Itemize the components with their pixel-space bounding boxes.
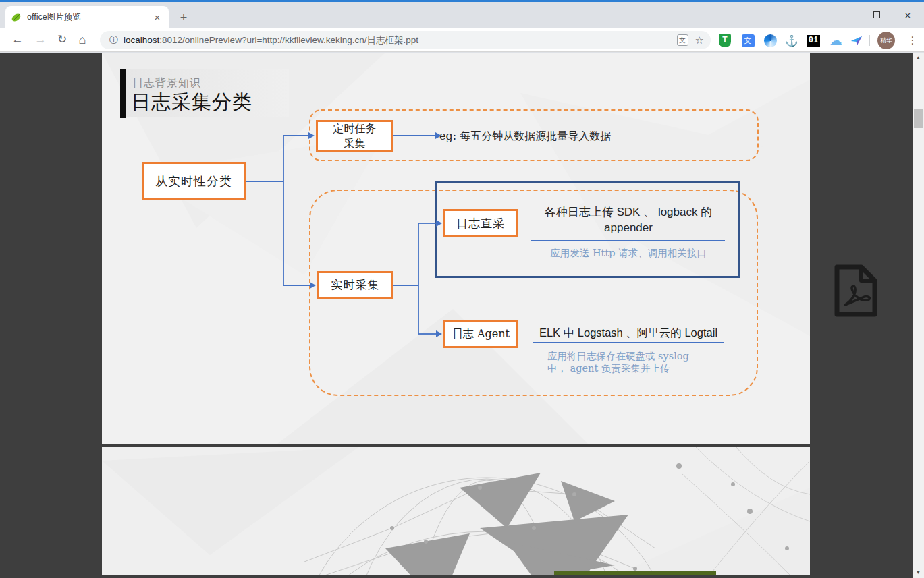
close-window-button[interactable]: × — [898, 7, 918, 24]
reload-icon[interactable]: ↻ — [53, 28, 72, 52]
node-timed-line2: 采集 — [333, 136, 377, 151]
profile-avatar[interactable]: 精华 — [877, 32, 895, 49]
tab-strip: office图片预览 × + — × — [0, 2, 924, 28]
node-timed-line1: 定时任务 — [333, 121, 377, 136]
extension-translate[interactable]: 文 — [739, 32, 757, 49]
extension-cloud[interactable]: ☁ — [827, 32, 844, 49]
extension-binary[interactable]: 01 — [805, 32, 822, 49]
bookmark-star-icon[interactable]: ☆ — [695, 34, 704, 47]
extension-anchor[interactable]: ⚓ — [783, 32, 800, 49]
binary-01-icon: 01 — [807, 35, 820, 47]
url-host: localhost — [124, 35, 159, 45]
tab-close-icon[interactable]: × — [151, 11, 163, 24]
anchor-icon: ⚓ — [785, 34, 798, 47]
address-bar[interactable]: ⓘ localhost:8012/onlinePreview?url=http:… — [100, 31, 711, 49]
extension-shield[interactable]: T — [716, 32, 734, 49]
bird-icon — [850, 34, 863, 47]
node-realtime-collection: 实时采集 — [317, 271, 393, 299]
node-log-agent: 日志 Agent — [443, 320, 518, 348]
slide2-globe-graphic — [102, 447, 810, 575]
connector-lines — [102, 53, 810, 444]
extension-bird[interactable] — [848, 32, 865, 49]
swirl-icon — [764, 34, 777, 47]
node-timed-collection: 定时任务 采集 — [316, 120, 393, 152]
scrollbar-down-icon[interactable]: ▼ — [913, 567, 924, 578]
preview-viewport: 日志背景知识 日志采集分类 — [0, 53, 924, 578]
scrollbar[interactable]: ▲ ▼ — [913, 53, 924, 578]
maximize-icon — [873, 11, 880, 18]
extension-swirl[interactable] — [761, 32, 779, 49]
browser-window: office图片预览 × + — × ← → ↻ ⌂ ⓘ localhost:8… — [0, 0, 924, 578]
browser-toolbar: ← → ↻ ⌂ ⓘ localhost:8012/onlinePreview?u… — [0, 28, 924, 52]
scrollbar-up-icon[interactable]: ▲ — [913, 53, 924, 63]
forward-icon: → — [31, 28, 50, 52]
back-icon[interactable]: ← — [8, 28, 27, 52]
shield-icon: T — [719, 34, 731, 47]
slide-2 — [102, 447, 810, 575]
node-direct-collection: 日志直采 — [443, 209, 518, 237]
slide-1: 日志背景知识 日志采集分类 — [102, 53, 810, 444]
maximize-button[interactable] — [867, 7, 887, 24]
minimize-button[interactable]: — — [836, 7, 856, 24]
home-icon[interactable]: ⌂ — [73, 28, 92, 52]
browser-tab[interactable]: office图片预览 × — [5, 6, 169, 28]
page-info-icon[interactable]: ⓘ — [109, 34, 118, 47]
url-path: :8012/onlinePreview?url=http://kkfilevie… — [159, 35, 418, 45]
translate-page-icon[interactable]: 文 — [677, 34, 688, 46]
pdf-file-icon — [829, 263, 881, 318]
pdf-download-button[interactable] — [829, 263, 881, 318]
scrollbar-thumb[interactable] — [914, 109, 923, 128]
translate-icon: 文 — [742, 34, 755, 47]
browser-menu-icon[interactable]: ⋮ — [904, 32, 921, 49]
cloud-icon: ☁ — [829, 32, 842, 49]
new-tab-button[interactable]: + — [175, 10, 192, 26]
spring-leaf-favicon — [11, 12, 22, 23]
url-text[interactable]: localhost:8012/onlinePreview?url=http://… — [124, 34, 677, 47]
node-root-classification: 从实时性分类 — [142, 162, 246, 200]
toolbar-separator — [869, 35, 870, 46]
tab-title: office图片预览 — [27, 11, 151, 23]
